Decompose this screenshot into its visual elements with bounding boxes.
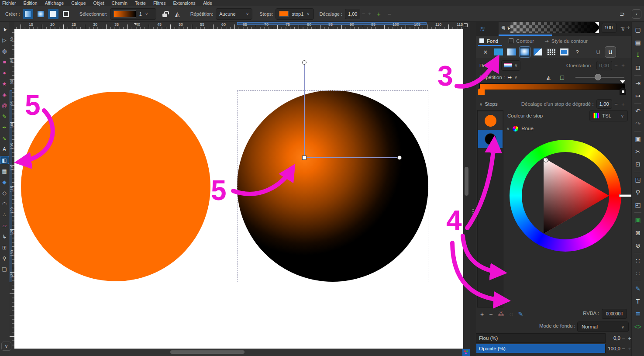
lock-gradients-icon[interactable] — [162, 14, 167, 17]
dropper-icon[interactable]: ✎ — [518, 311, 523, 318]
color-mode-dropdown[interactable]: TSL ∨ — [589, 110, 628, 121]
stop-offset-input[interactable]: 1,00 — [596, 99, 612, 109]
panel-splitter[interactable] — [470, 22, 476, 356]
scrollbar-thumb[interactable] — [465, 167, 468, 196]
menu-item[interactable]: Édition — [24, 0, 38, 6]
dropper-tool[interactable]: ◆ — [0, 178, 9, 186]
orientation-input[interactable]: 0,00 — [596, 61, 612, 70]
collapse-snap-bar-button[interactable]: ‹ — [632, 9, 641, 19]
ellipse-tool[interactable]: ● — [0, 69, 9, 76]
opacity-value[interactable]: 100,0 — [606, 346, 620, 351]
slider-value[interactable]: 100 — [602, 23, 616, 33]
orientation-increment-button[interactable]: + — [620, 62, 626, 69]
color-wheel-triangle[interactable] — [510, 140, 621, 252]
palette-icon[interactable]: ⁂ — [498, 311, 504, 318]
opacity-decrement-button[interactable]: − — [620, 346, 627, 352]
deselect-button[interactable]: ∷ — [634, 270, 642, 277]
commands-overflow-button[interactable]: ∨ — [1, 342, 11, 351]
chevron-down-icon[interactable]: ∨ — [506, 126, 510, 131]
fill-rule-nonzero-button[interactable]: ∪ — [605, 47, 616, 57]
tab-stroke-style[interactable]: Style du contour — [551, 38, 588, 44]
print-button[interactable]: ⊟ — [634, 64, 642, 71]
menu-item[interactable]: Chemin — [112, 0, 127, 6]
scrollbar-thumb[interactable] — [170, 350, 245, 354]
orientation-decrement-button[interactable]: − — [613, 62, 619, 69]
zoom-tool[interactable]: ⚲ — [0, 255, 9, 262]
spray-tool[interactable]: ∴ — [0, 211, 9, 218]
gradient-radius-handle-right[interactable] — [397, 156, 402, 160]
layers-dialog-button[interactable]: ≣ — [634, 311, 642, 318]
unlink-clone-button[interactable]: ⊘ — [634, 242, 642, 249]
gradient-select-dropdown[interactable]: 1 ∨ — [110, 8, 156, 20]
decrement-button[interactable]: − — [619, 24, 625, 31]
open-document-button[interactable]: ▤ — [634, 39, 642, 46]
delete-stop-icon[interactable]: − — [388, 10, 391, 17]
menu-item[interactable]: Affichage — [45, 0, 64, 6]
slider-bar[interactable] — [510, 22, 599, 33]
vertical-ruler[interactable]: 80859095100105110115120125130135 — [9, 29, 14, 349]
zoom-selection-button[interactable]: ◳ — [634, 176, 642, 183]
calligraphy-tool[interactable]: ∿ — [0, 135, 9, 142]
horizontal-scrollbar[interactable] — [9, 349, 470, 356]
copy-button[interactable]: ▣ — [634, 135, 642, 142]
save-button[interactable]: ↧ — [634, 52, 642, 59]
blur-decrement-button[interactable]: − — [620, 335, 627, 342]
blur-slider[interactable]: Flou (%) — [476, 333, 606, 343]
paint-flat-color[interactable] — [493, 47, 504, 57]
text-dialog-button[interactable]: T — [634, 298, 642, 305]
gradient-center-handle[interactable] — [302, 156, 307, 160]
paint-linear-gradient[interactable] — [506, 47, 517, 57]
xml-editor-button[interactable]: <> — [634, 323, 642, 330]
shape-builder-tool[interactable]: ◍ — [0, 47, 9, 55]
apply-to-fill-button[interactable] — [48, 9, 59, 19]
paint-swatch[interactable] — [559, 47, 569, 57]
separator[interactable] — [634, 253, 641, 253]
node-editor-tool[interactable]: ▷ — [0, 36, 9, 44]
eraser-tool[interactable]: ▱ — [0, 222, 9, 229]
edit-gradient-icon[interactable]: ◱ — [560, 74, 565, 80]
repeat-dropdown[interactable]: Aucune ∨ — [216, 8, 252, 20]
separator[interactable] — [634, 131, 641, 131]
menu-item[interactable]: Fichier — [2, 0, 16, 6]
canvas-page[interactable] — [14, 29, 463, 349]
stop-offset-decrement-button[interactable]: − — [613, 101, 619, 107]
zoom-page-button[interactable]: ◰ — [634, 201, 642, 208]
duplicate-button[interactable]: ▣ — [634, 217, 642, 224]
reverse-gradient-icon[interactable]: ◭ — [547, 74, 551, 80]
ruler-corner-icon[interactable] — [464, 23, 468, 27]
separator[interactable] — [634, 172, 641, 172]
connector-tool[interactable]: ↳ — [0, 233, 9, 240]
spiral-tool[interactable]: @ — [0, 102, 9, 109]
paint-unknown[interactable]: ? — [572, 47, 582, 57]
gradient-picker-dropdown[interactable]: ∨ — [501, 60, 520, 71]
menu-item[interactable]: Objet — [93, 0, 104, 6]
undo-button[interactable]: ↶ — [634, 107, 642, 114]
menu-item[interactable]: Calque — [71, 0, 86, 6]
fill-rule-evenodd-button[interactable]: ∪ — [593, 47, 603, 57]
clone-button[interactable]: ⊠ — [634, 229, 642, 236]
menu-item[interactable]: Extensions — [173, 0, 196, 6]
text-tool[interactable]: A — [0, 145, 9, 153]
cut-button[interactable]: ✂ — [634, 148, 642, 155]
add-stop-button[interactable]: + — [480, 311, 484, 318]
offset-increment-button[interactable]: + — [366, 10, 372, 17]
selector-tool[interactable]: ► — [0, 25, 9, 33]
menu-item[interactable]: Texte — [135, 0, 146, 6]
pencil-tool[interactable]: ✎ — [0, 113, 9, 120]
export-button[interactable]: ↦ — [634, 92, 642, 99]
offset-input[interactable]: 1,00 — [345, 9, 360, 19]
select-all-button[interactable]: ∷ — [634, 257, 642, 264]
menu-item[interactable]: Aide — [203, 0, 212, 6]
tab-stroke[interactable]: Contour — [516, 38, 534, 44]
tab-fill[interactable]: Fond — [487, 38, 498, 44]
orange-circle-object[interactable] — [21, 92, 210, 281]
snap-toggle-icon[interactable]: ⊃ — [620, 10, 625, 17]
paint-mesh-gradient[interactable] — [533, 47, 543, 57]
insert-stop-icon[interactable]: + — [377, 10, 380, 17]
fill-stroke-dialog-button[interactable]: ✎ — [634, 285, 642, 292]
star-tool[interactable]: ★ — [0, 80, 9, 87]
zoom-drawing-button[interactable]: ⚲ — [634, 189, 642, 196]
color-disc-icon[interactable]: ◌ — [509, 311, 513, 318]
separator[interactable] — [634, 281, 641, 281]
gradient-tool[interactable]: ◧ — [0, 156, 9, 164]
